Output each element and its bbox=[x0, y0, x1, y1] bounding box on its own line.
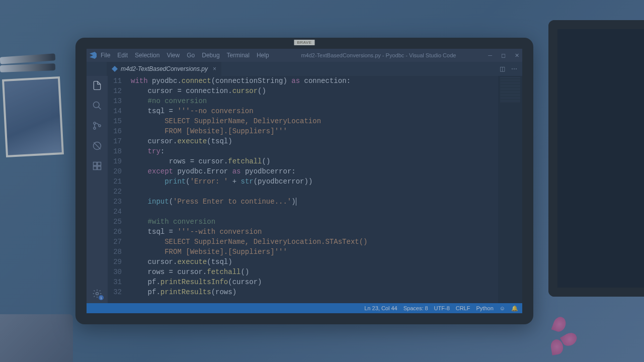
extensions-icon[interactable] bbox=[92, 160, 103, 171]
python-file-icon bbox=[112, 66, 118, 72]
line-number: 21 bbox=[108, 176, 122, 187]
code-line[interactable]: rows = cursor.fetchall() bbox=[131, 156, 498, 166]
source-control-icon[interactable] bbox=[92, 120, 103, 131]
menu-file[interactable]: File bbox=[101, 52, 110, 59]
svg-rect-8 bbox=[98, 162, 101, 166]
primary-monitor: BRAVE FileEditSelectionViewGoDebugTermin… bbox=[75, 38, 533, 324]
code-line[interactable]: except pyodbc.Error as pyodbcerror: bbox=[131, 166, 498, 176]
explorer-icon[interactable] bbox=[92, 80, 103, 91]
code-line[interactable]: tsql = '''--no conversion bbox=[131, 106, 498, 116]
settings-badge: 1 bbox=[99, 295, 104, 300]
status-item[interactable]: UTF-8 bbox=[434, 305, 450, 312]
vscode-logo-icon bbox=[90, 52, 97, 59]
debug-icon[interactable] bbox=[92, 140, 103, 151]
window-title: m4d2-TextBasedConversions.py - Pyodbc - … bbox=[269, 52, 489, 58]
svg-rect-10 bbox=[98, 166, 101, 170]
line-number: 26 bbox=[108, 227, 122, 237]
line-number: 31 bbox=[108, 277, 122, 287]
line-number-gutter: 1112131415161718192021222324252627282930… bbox=[108, 76, 129, 303]
editor-main: 1 11121314151617181920212223242526272829… bbox=[87, 76, 522, 303]
more-actions-icon[interactable]: ⋯ bbox=[511, 65, 517, 72]
line-number: 20 bbox=[108, 166, 122, 176]
settings-gear-icon[interactable]: 1 bbox=[92, 288, 103, 299]
svg-rect-9 bbox=[94, 166, 97, 170]
code-line[interactable] bbox=[131, 207, 498, 217]
code-line[interactable]: rows = cursor.fetchall() bbox=[131, 267, 498, 277]
svg-line-6 bbox=[94, 142, 100, 149]
svg-point-11 bbox=[96, 293, 99, 295]
activity-bar: 1 bbox=[87, 76, 108, 303]
svg-point-0 bbox=[94, 102, 100, 108]
menu-view[interactable]: View bbox=[167, 52, 180, 59]
line-number: 25 bbox=[108, 217, 122, 227]
status-bar: Ln 23, Col 44Spaces: 8UTF-8CRLFPython☺🔔 bbox=[87, 303, 522, 313]
svg-rect-7 bbox=[94, 162, 97, 166]
status-item[interactable]: Python bbox=[476, 305, 494, 312]
code-line[interactable]: print('Error: ' + str(pyodbcerror)) bbox=[131, 176, 498, 187]
laptop-corner bbox=[0, 314, 73, 362]
code-line[interactable]: FROM [Website].[Suppliers]''' bbox=[131, 247, 498, 257]
line-number: 32 bbox=[108, 287, 122, 297]
status-item[interactable]: 🔔 bbox=[511, 305, 518, 312]
line-number: 24 bbox=[108, 207, 122, 217]
svg-point-4 bbox=[99, 125, 101, 127]
code-line[interactable]: #with conversion bbox=[131, 217, 498, 227]
code-line[interactable]: cursor.execute(tsql) bbox=[131, 136, 498, 146]
line-number: 18 bbox=[108, 146, 122, 156]
code-line[interactable]: tsql = '''--with conversion bbox=[131, 227, 498, 237]
line-number: 29 bbox=[108, 257, 122, 267]
code-line[interactable]: pf.printResults(rows) bbox=[131, 287, 498, 297]
line-number: 13 bbox=[108, 96, 122, 106]
code-line[interactable]: #no conversion bbox=[131, 96, 498, 106]
line-number: 12 bbox=[108, 86, 122, 96]
menu-debug[interactable]: Debug bbox=[202, 52, 219, 59]
code-line[interactable]: with pyodbc.connect(connectionString) as… bbox=[131, 76, 498, 86]
second-monitor bbox=[548, 20, 644, 297]
desk-markers bbox=[0, 55, 60, 75]
status-item[interactable]: ☺ bbox=[500, 305, 505, 312]
tab-bar: m4d2-TextBasedConversions.py × ◫ ⋯ bbox=[87, 62, 522, 76]
line-number: 16 bbox=[108, 126, 122, 136]
menu-go[interactable]: Go bbox=[187, 52, 195, 59]
vscode-window: FileEditSelectionViewGoDebugTerminalHelp… bbox=[87, 49, 522, 313]
code-line[interactable]: input('Press Enter to continue...') bbox=[131, 197, 498, 207]
line-number: 23 bbox=[108, 197, 122, 207]
editor-tab[interactable]: m4d2-TextBasedConversions.py × bbox=[107, 62, 221, 76]
menu-terminal[interactable]: Terminal bbox=[227, 52, 250, 59]
close-button[interactable]: ✕ bbox=[515, 52, 519, 59]
code-line[interactable]: SELECT SupplierName, DeliveryLocation bbox=[131, 116, 498, 126]
line-number: 14 bbox=[108, 106, 122, 116]
code-editor[interactable]: 1112131415161718192021222324252627282930… bbox=[108, 76, 522, 303]
code-content[interactable]: with pyodbc.connect(connectionString) as… bbox=[129, 76, 498, 303]
code-line[interactable]: try: bbox=[131, 146, 498, 156]
menu-bar: FileEditSelectionViewGoDebugTerminalHelp bbox=[101, 52, 269, 59]
line-number: 30 bbox=[108, 267, 122, 277]
line-number: 27 bbox=[108, 237, 122, 247]
menu-selection[interactable]: Selection bbox=[135, 52, 159, 59]
search-icon[interactable] bbox=[92, 100, 103, 111]
svg-line-1 bbox=[99, 107, 101, 110]
code-line[interactable]: cursor = connection.cursor() bbox=[131, 86, 498, 96]
minimize-button[interactable]: ─ bbox=[488, 52, 492, 59]
status-item[interactable]: Spaces: 8 bbox=[404, 305, 428, 312]
line-number: 11 bbox=[108, 76, 122, 86]
menu-help[interactable]: Help bbox=[257, 52, 269, 59]
line-number: 22 bbox=[108, 187, 122, 197]
line-number: 17 bbox=[108, 136, 122, 146]
maximize-button[interactable]: ◻ bbox=[501, 52, 506, 59]
webcam-sticker: BRAVE bbox=[294, 40, 314, 45]
code-line[interactable] bbox=[131, 187, 498, 197]
code-line[interactable]: SELECT SupplierName, DeliveryLocation.ST… bbox=[131, 237, 498, 247]
minimap[interactable] bbox=[498, 76, 522, 303]
menu-edit[interactable]: Edit bbox=[117, 52, 128, 59]
code-line[interactable]: cursor.execute(tsql) bbox=[131, 257, 498, 267]
line-number: 15 bbox=[108, 116, 122, 126]
status-item[interactable]: CRLF bbox=[456, 305, 470, 312]
desk-photo bbox=[2, 76, 64, 157]
svg-point-3 bbox=[94, 127, 96, 129]
status-item[interactable]: Ln 23, Col 44 bbox=[364, 305, 397, 312]
code-line[interactable]: FROM [Website].[Suppliers]''' bbox=[131, 126, 498, 136]
split-editor-icon[interactable]: ◫ bbox=[500, 65, 505, 72]
code-line[interactable]: pf.printResultsInfo(cursor) bbox=[131, 277, 498, 287]
tab-close-icon[interactable]: × bbox=[213, 65, 216, 72]
